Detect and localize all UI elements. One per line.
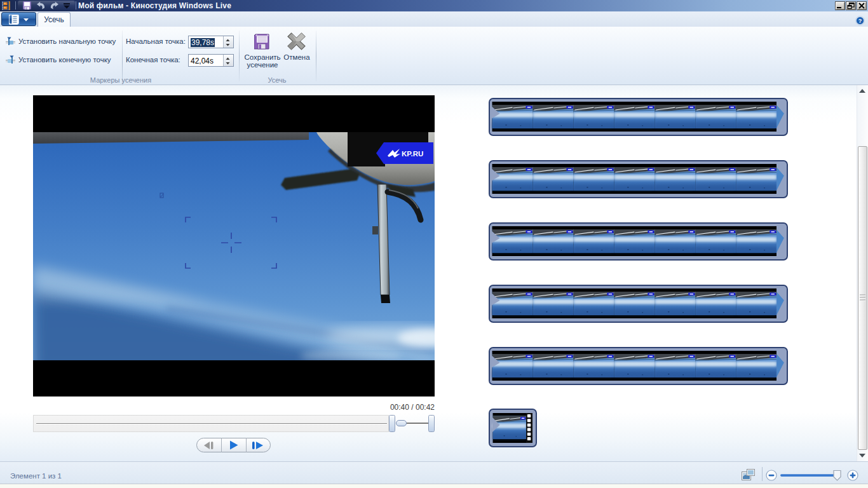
svg-text:?: ? — [858, 18, 862, 24]
svg-text:KP.RU: KP.RU — [402, 150, 423, 158]
